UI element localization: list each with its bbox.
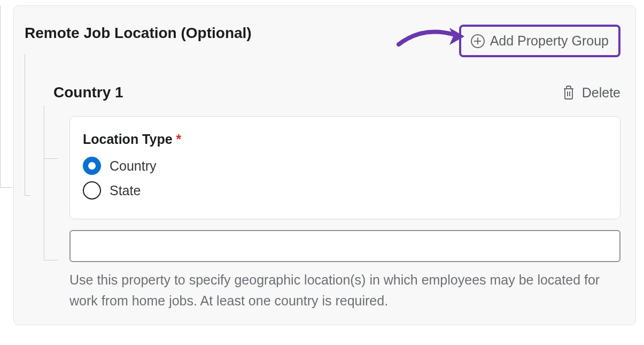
delete-button[interactable]: Delete xyxy=(563,85,620,101)
remote-job-location-panel: Remote Job Location (Optional) Add Prope… xyxy=(13,5,636,325)
required-marker: * xyxy=(176,132,182,147)
radio-label-state: State xyxy=(110,183,141,198)
group-title: Country 1 xyxy=(53,84,123,101)
radio-option-state[interactable]: State xyxy=(83,181,607,200)
radio-icon-selected xyxy=(83,157,101,175)
location-type-card: Location Type * Country State xyxy=(69,116,620,219)
panel-title: Remote Job Location (Optional) xyxy=(25,25,252,42)
tree-connector xyxy=(0,6,1,188)
plus-circle-icon xyxy=(471,34,485,48)
property-group: Country 1 Delete Location Type * xyxy=(42,84,620,311)
location-value-section: Use this property to specify geographic … xyxy=(69,230,620,311)
tree-connector xyxy=(25,54,25,196)
group-header: Country 1 Delete xyxy=(53,84,620,101)
radio-option-country[interactable]: Country xyxy=(83,157,607,175)
add-property-group-button[interactable]: Add Property Group xyxy=(459,25,620,57)
add-property-group-label: Add Property Group xyxy=(490,33,609,49)
delete-label: Delete xyxy=(582,85,620,101)
panel-header: Remote Job Location (Optional) Add Prope… xyxy=(25,25,620,57)
help-text: Use this property to specify geographic … xyxy=(69,270,620,311)
location-value-input[interactable] xyxy=(69,230,620,262)
radio-icon-unselected xyxy=(83,181,101,200)
radio-label-country: Country xyxy=(110,158,157,174)
trash-icon xyxy=(563,86,575,99)
location-type-label-text: Location Type xyxy=(83,132,173,147)
location-type-label: Location Type * xyxy=(83,132,607,147)
